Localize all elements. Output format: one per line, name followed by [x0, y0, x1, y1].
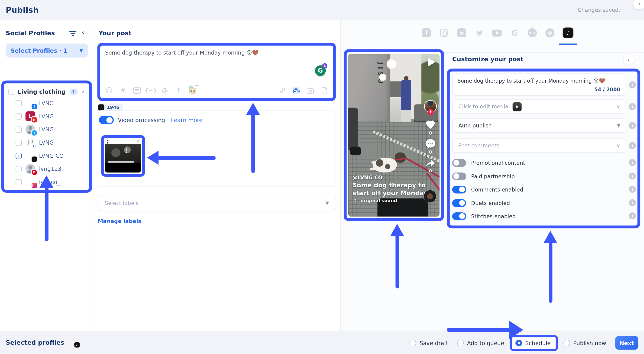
info-icon[interactable]: i: [629, 159, 636, 166]
collapse-customize-icon[interactable]: ›: [624, 54, 634, 65]
sidebar-title: Social Profiles: [6, 30, 55, 37]
tab-facebook[interactable]: f: [422, 28, 431, 38]
group-label: Living clothing: [18, 88, 66, 95]
composer-annotation-box: Some dog therapy to start off your Monda…: [97, 43, 336, 101]
more-options-icon: [126, 148, 127, 153]
variables-icon[interactable]: {+}: [147, 86, 155, 94]
close-button[interactable]: ›: [633, 0, 644, 10]
tab-twitter[interactable]: [474, 28, 484, 38]
profile-checkbox[interactable]: ✓: [16, 113, 22, 120]
profile-row-facebook[interactable]: ✓ f LVNG: [6, 96, 88, 110]
avatar: [26, 177, 35, 187]
radio-icon[interactable]: [515, 340, 522, 346]
profile-checkbox[interactable]: ✓: [16, 179, 22, 185]
tiktok-char-count: ♪ 1946: [98, 104, 123, 111]
tiktok-icon: ♪: [32, 156, 37, 162]
profile-row-pinterest[interactable]: ✓ P lvng123: [6, 162, 88, 176]
select-labels-dropdown[interactable]: Select labels ▼: [98, 195, 336, 211]
ai-assistant-icon[interactable]: [189, 86, 198, 94]
stitches-enabled-toggle[interactable]: [452, 212, 466, 220]
group-checkbox[interactable]: ✓: [8, 88, 14, 95]
profile-checkbox[interactable]: ✓: [16, 140, 22, 146]
profile-row-youtube[interactable]: ✓ L▶ LVNG: [6, 110, 88, 123]
camera-icon[interactable]: [306, 86, 314, 94]
follow-plus-icon: +: [427, 109, 434, 115]
post-editor-column: Your post Some dog therapy to start off …: [94, 20, 340, 331]
tiktok-action-rail: + 0 0 0: [423, 101, 438, 177]
info-icon[interactable]: i: [629, 142, 636, 149]
schedule-option[interactable]: Schedule: [515, 340, 550, 346]
add-to-queue-option[interactable]: Add to queue: [457, 340, 504, 346]
tiktok-video-preview: JISU + 0: [348, 54, 440, 216]
profile-name: LVNG: [39, 139, 54, 146]
video-processing-toggle[interactable]: [99, 116, 114, 124]
tab-pinterest[interactable]: ℗: [545, 28, 555, 38]
mention-icon[interactable]: @: [161, 86, 169, 94]
video-icon[interactable]: [292, 86, 300, 94]
remove-media-icon[interactable]: ✕: [136, 139, 140, 143]
manage-labels-link[interactable]: Manage labels: [98, 218, 141, 224]
tab-reddit[interactable]: [527, 28, 537, 38]
info-icon[interactable]: i: [629, 122, 636, 129]
info-icon[interactable]: i: [629, 199, 636, 206]
toggle-row-promotional: Promotional content: [452, 158, 626, 167]
post-caption-input[interactable]: Some dog therapy to start off your Monda…: [105, 49, 308, 57]
profile-row-google[interactable]: ✓ G LVNG: [6, 136, 88, 149]
duets-enabled-toggle[interactable]: [452, 199, 466, 207]
filter-icon[interactable]: [70, 31, 76, 36]
edit-media-field[interactable]: Click to edit media ∨: [452, 99, 626, 114]
info-icon[interactable]: i: [629, 186, 636, 193]
profile-group-row[interactable]: ✓ Living clothing 1 ∧: [6, 86, 88, 96]
next-button[interactable]: Next: [615, 336, 638, 350]
tab-youtube[interactable]: [492, 28, 502, 38]
drag-handle-icon[interactable]: [107, 140, 108, 145]
profile-checkbox[interactable]: ✓: [16, 152, 22, 159]
document-icon[interactable]: [320, 86, 328, 94]
select-labels-placeholder: Select labels: [105, 200, 325, 206]
link-icon[interactable]: [278, 86, 286, 94]
radio-icon[interactable]: [564, 340, 570, 346]
select-profiles-dropdown[interactable]: Select Profiles · 1 ▼: [6, 44, 88, 58]
toggle-label: Stitches enabled: [471, 213, 516, 219]
info-icon[interactable]: i: [629, 103, 636, 110]
tab-linkedin[interactable]: in: [457, 28, 466, 38]
avatar: ♪: [26, 151, 35, 161]
profile-row-instagram[interactable]: ✓ lvngco_: [6, 176, 88, 189]
video-thumbnail[interactable]: ✕: [105, 139, 141, 172]
grammarly-icon[interactable]: G 1: [315, 65, 326, 76]
tab-google[interactable]: G: [510, 28, 520, 38]
promotional-content-toggle[interactable]: [452, 159, 466, 167]
info-icon[interactable]: i: [629, 172, 636, 180]
page-title: Publish: [6, 5, 39, 14]
publish-now-option[interactable]: Publish now: [564, 340, 606, 346]
avatar: P: [26, 164, 35, 174]
like-icon: [425, 119, 436, 130]
tab-instagram[interactable]: [439, 28, 449, 38]
collapse-sidebar-icon[interactable]: ‹: [82, 29, 84, 36]
save-draft-option[interactable]: Save draft: [410, 340, 448, 346]
info-icon[interactable]: i: [629, 212, 636, 219]
profile-checkbox[interactable]: ✓: [16, 100, 22, 106]
info-icon[interactable]: i: [629, 81, 636, 88]
selected-profile-avatar[interactable]: ♪: [68, 336, 78, 346]
profile-row-tiktok[interactable]: ✓ ♪ LVNG CO: [6, 149, 88, 162]
radio-label: Save draft: [420, 340, 448, 346]
post-comments-select[interactable]: Post comments ∨: [452, 138, 626, 153]
twitter-icon: t: [32, 130, 37, 136]
saved-captions-icon[interactable]: [133, 86, 141, 94]
customize-caption-field[interactable]: Some dog therapy to start off your Monda…: [452, 74, 626, 96]
learn-more-link[interactable]: Learn more: [171, 117, 202, 123]
auto-publish-select[interactable]: Auto publish ▼: [452, 118, 626, 133]
emoji-picker-icon[interactable]: ☺: [105, 86, 113, 94]
radio-icon[interactable]: [457, 340, 464, 346]
hashtag-icon[interactable]: #: [119, 86, 127, 94]
profile-checkbox[interactable]: ✓: [16, 126, 22, 132]
tab-tiktok-active[interactable]: ♪: [563, 28, 574, 38]
radio-icon[interactable]: [410, 340, 416, 346]
comments-enabled-toggle[interactable]: [452, 186, 466, 193]
paid-partnership-toggle[interactable]: [452, 172, 466, 180]
chevron-up-icon[interactable]: ∧: [82, 89, 85, 94]
profile-checkbox[interactable]: ✓: [16, 166, 22, 172]
profile-row-twitter[interactable]: ✓ t LVNG: [6, 123, 88, 136]
text-format-icon[interactable]: T: [175, 86, 183, 94]
